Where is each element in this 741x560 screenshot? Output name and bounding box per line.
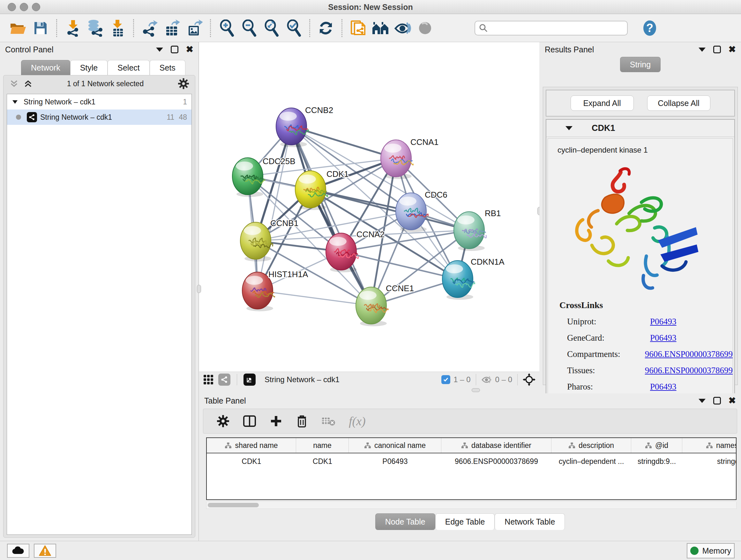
- crosslink-pharos-link[interactable]: P06493: [650, 382, 677, 392]
- cell-name[interactable]: CDK1: [296, 454, 349, 469]
- tab-node-table[interactable]: Node Table: [375, 513, 435, 530]
- crosslinks-section: CrossLinks Uniprot:P06493 GeneCard:P0649…: [548, 300, 733, 392]
- crosslink-genecard-link[interactable]: P06493: [650, 333, 677, 343]
- node-label-ccnb2: CCNB2: [305, 105, 333, 115]
- cell-description[interactable]: cyclin–dependent ...: [551, 454, 631, 469]
- column-header-name[interactable]: name: [296, 438, 349, 453]
- warning-status-button[interactable]: [34, 544, 56, 558]
- function-builder-icon: f(x): [349, 414, 366, 428]
- import-table-icon[interactable]: [108, 19, 127, 37]
- panel-close-icon[interactable]: ✖: [186, 46, 193, 53]
- tab-select[interactable]: Select: [108, 60, 149, 75]
- expand-all-icon[interactable]: [23, 79, 33, 88]
- entry-expander-icon[interactable]: [565, 126, 572, 130]
- selected-nodes-checkbox[interactable]: [441, 375, 450, 384]
- tab-network-table[interactable]: Network Table: [495, 513, 565, 530]
- table-row[interactable]: CDK1CDK1P064939606.ENSP00000378699cyclin…: [207, 454, 736, 469]
- panel-menu-icon[interactable]: [156, 48, 163, 52]
- birdseye-crosshair-icon[interactable]: [523, 373, 536, 386]
- cell--id[interactable]: stringdb:9...: [631, 454, 682, 469]
- panel-float-icon[interactable]: [713, 397, 721, 405]
- zoom-out-icon[interactable]: [240, 19, 258, 37]
- scrollbar-thumb[interactable]: [208, 503, 259, 507]
- tree-row-collection[interactable]: String Network – cdk1 1: [7, 94, 192, 110]
- cell-database-identifier[interactable]: 9606.ENSP00000378699: [441, 454, 551, 469]
- import-network-from-database-icon[interactable]: [86, 19, 105, 37]
- network-canvas[interactable]: CCNB2CCNA1CDC25BCDK1CDC6RB1CCNB1CCNA2CDK…: [199, 42, 539, 387]
- column-header-namespace[interactable]: namespace: [682, 438, 737, 453]
- tree-network-edge-count: 48: [179, 113, 187, 122]
- tab-style[interactable]: Style: [70, 60, 108, 75]
- open-session-icon[interactable]: [9, 19, 27, 37]
- zoom-selected-icon[interactable]: [284, 19, 303, 37]
- collapse-all-button[interactable]: Collapse All: [647, 96, 711, 111]
- delete-column-icon[interactable]: [296, 414, 308, 428]
- show-all-networks-icon[interactable]: [371, 19, 390, 37]
- tab-network[interactable]: Network: [21, 60, 70, 75]
- export-network-icon[interactable]: [140, 19, 159, 37]
- title-bar: Session: New Session: [0, 0, 741, 14]
- save-session-icon[interactable]: [31, 19, 50, 37]
- cell-namespace[interactable]: stringdb: [682, 454, 737, 469]
- results-panel-title: Results Panel: [545, 45, 594, 54]
- results-entry-cdk1: CDK1 cyclin–dependent kinase 1: [546, 119, 735, 410]
- panel-close-icon[interactable]: ✖: [729, 397, 736, 405]
- table-options-gear-icon[interactable]: [217, 415, 229, 428]
- network-view-title: String Network – cdk1: [265, 375, 340, 384]
- toolbar-separator: [56, 19, 57, 37]
- delete-table-icon: [321, 416, 335, 427]
- network-view-icon[interactable]: [218, 374, 230, 386]
- show-hidden-icon[interactable]: [416, 19, 434, 37]
- clone-network-icon[interactable]: [349, 19, 367, 37]
- column-header--id[interactable]: @id: [631, 438, 682, 453]
- hide-selected-icon[interactable]: [394, 19, 412, 37]
- export-image-icon[interactable]: [185, 19, 204, 37]
- tab-sets[interactable]: Sets: [150, 60, 185, 75]
- horizontal-splitter-handle[interactable]: [472, 388, 480, 392]
- collapse-all-icon[interactable]: [9, 79, 19, 88]
- panel-menu-icon[interactable]: [698, 399, 705, 403]
- add-column-icon[interactable]: [270, 415, 282, 428]
- memory-button[interactable]: Memory: [687, 543, 735, 558]
- column-header-shared-name[interactable]: shared name: [207, 438, 296, 453]
- vertical-splitter-handle[interactable]: [197, 285, 201, 293]
- zoom-fit-icon[interactable]: [262, 19, 280, 37]
- detach-view-icon[interactable]: [244, 374, 256, 386]
- toolbar-separator: [133, 19, 134, 37]
- crosslink-label: GeneCard:: [567, 333, 650, 343]
- show-columns-icon[interactable]: [243, 415, 256, 428]
- column-header-canonical-name[interactable]: canonical name: [349, 438, 441, 453]
- expand-all-button[interactable]: Expand All: [570, 96, 634, 111]
- tree-row-network[interactable]: String Network – cdk1 11 48: [7, 110, 192, 125]
- table-horizontal-scrollbar[interactable]: [206, 502, 737, 509]
- tab-edge-table[interactable]: Edge Table: [435, 513, 495, 530]
- panel-close-icon[interactable]: ✖: [729, 46, 736, 53]
- crosslink-uniprot-link[interactable]: P06493: [650, 317, 677, 327]
- main-toolbar: ?: [0, 14, 741, 42]
- column-header-description[interactable]: description: [551, 438, 631, 453]
- cell-shared-name[interactable]: CDK1: [207, 454, 296, 469]
- panel-float-icon[interactable]: [713, 46, 721, 53]
- cytoscape-window: Session: New Session: [0, 0, 741, 560]
- panel-float-icon[interactable]: [171, 46, 179, 53]
- import-network-icon[interactable]: [64, 19, 82, 37]
- column-header-database-identifier[interactable]: database identifier: [441, 438, 551, 453]
- panel-menu-icon[interactable]: [698, 48, 705, 52]
- export-table-icon[interactable]: [163, 19, 181, 37]
- control-panel-title: Control Panel: [5, 45, 53, 54]
- tab-string[interactable]: String: [620, 57, 661, 72]
- search-input[interactable]: [488, 23, 616, 33]
- search-box[interactable]: [475, 21, 628, 36]
- crosslink-tissues-link[interactable]: 9606.ENSP00000378699: [645, 366, 733, 375]
- help-icon[interactable]: ?: [641, 19, 659, 37]
- cell-canonical-name[interactable]: P06493: [349, 454, 441, 469]
- crosslink-compartments-link[interactable]: 9606.ENSP00000378699: [645, 349, 733, 359]
- tree-expander-icon[interactable]: [11, 98, 18, 105]
- cloud-status-button[interactable]: [7, 544, 29, 558]
- zoom-in-icon[interactable]: [217, 19, 236, 37]
- tree-collection-label: String Network – cdk1: [23, 98, 95, 106]
- refresh-icon[interactable]: [317, 19, 335, 37]
- entry-description: cyclin–dependent kinase 1: [548, 143, 733, 157]
- grid-view-icon[interactable]: [203, 374, 214, 385]
- gear-icon[interactable]: [178, 78, 189, 89]
